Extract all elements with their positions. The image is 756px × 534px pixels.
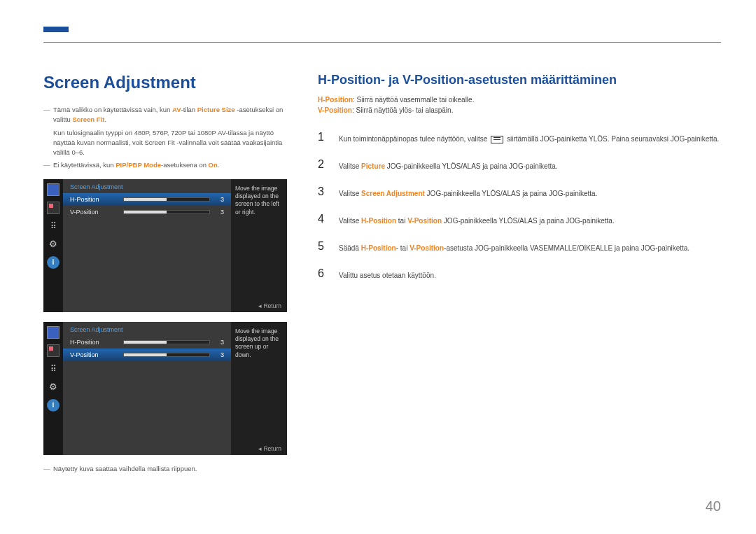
picture-icon — [47, 202, 59, 214]
t: H-Position — [318, 96, 353, 104]
step-number: 1 — [318, 131, 329, 143]
steps-list: 1Kun toimintonäppäinopas tulee näyttöön,… — [318, 124, 721, 288]
t: tai — [396, 217, 407, 225]
info-icon: i — [47, 256, 59, 269]
step-text: Valitse Picture JOG-painikkeella YLÖS/AL… — [339, 158, 558, 171]
t: JOG-painikkeella YLÖS/ALAS ja paina JOG-… — [425, 190, 598, 197]
monitor-icon — [47, 183, 59, 196]
t: siirtämällä JOG-painiketta YLÖS. Paina s… — [505, 135, 719, 143]
note-1-sub: Kun tulosignaalin tyyppi on 480P, 576P, … — [43, 128, 295, 158]
picture-icon — [47, 344, 59, 357]
osd-tooltip: Move the image displayed on the screen u… — [231, 322, 287, 455]
highlight: H-Position — [361, 217, 396, 225]
left-column: Screen Adjustment Tämä valikko on käytet… — [43, 73, 295, 472]
osd-row-hposition: H-Position 3 — [63, 193, 231, 206]
step-number: 3 — [318, 185, 329, 198]
note-2: Ei käytettävissä, kun PIP/PBP Mode-asetu… — [43, 160, 295, 170]
osd-value: 3 — [214, 196, 224, 203]
step-row: 5Säädä H-Position- tai V-Position-asetus… — [318, 233, 721, 260]
t: Valitse — [339, 190, 361, 197]
t: Valitse — [339, 162, 361, 170]
osd-return: Return — [258, 302, 281, 309]
section-title-right: H-Position- ja V-Position-asetusten määr… — [318, 73, 721, 87]
step-number: 5 — [318, 240, 329, 253]
t: -asetuksena on — [161, 161, 209, 169]
step-number: 2 — [318, 158, 329, 171]
osd-title: Screen Adjustment — [63, 326, 231, 336]
step-number: 6 — [318, 267, 329, 280]
t: AV — [172, 106, 181, 113]
section-title-left: Screen Adjustment — [43, 73, 295, 92]
osd-row-vposition: V-Position 3 — [63, 349, 231, 361]
highlight: V-Position — [407, 217, 442, 225]
step-text: Kun toimintonäppäinopas tulee näyttöön, … — [339, 131, 719, 144]
osd-label: H-Position — [70, 196, 119, 203]
definition-h: H-Position: Siirrä näyttöä vasemmalle ta… — [318, 96, 721, 104]
page-columns: Screen Adjustment Tämä valikko on käytet… — [43, 73, 721, 472]
slider-icon — [123, 340, 210, 344]
t: Kun toimintonäppäinopas tulee näyttöön, … — [339, 135, 489, 143]
t: On — [209, 161, 218, 169]
t: -asetusta JOG-painikkeella VASEMMALLE/OI… — [444, 244, 690, 252]
t: V-Position — [318, 106, 352, 114]
slider-icon — [123, 353, 210, 357]
slider-icon — [123, 210, 210, 214]
t: JOG-painikkeella YLÖS/ALAS ja paina JOG-… — [442, 217, 615, 225]
step-row: 2Valitse Picture JOG-painikkeella YLÖS/A… — [318, 151, 721, 178]
step-text: Valitse H-Position tai V-Position JOG-pa… — [339, 213, 615, 226]
page-number: 40 — [706, 498, 721, 514]
step-number: 4 — [318, 213, 329, 225]
definition-v: V-Position: Siirrä näyttöä ylös- tai ala… — [318, 106, 721, 114]
step-row: 4Valitse H-Position tai V-Position JOG-p… — [318, 206, 721, 233]
right-column: H-Position- ja V-Position-asetusten määr… — [318, 73, 721, 472]
t: JOG-painikkeella YLÖS/ALAS ja paina JOG-… — [385, 162, 558, 170]
highlight: Screen Adjustment — [361, 190, 425, 197]
menu-icon — [491, 136, 503, 143]
step-text: Valittu asetus otetaan käyttöön. — [339, 267, 436, 281]
osd-label: V-Position — [70, 351, 119, 358]
t: : Siirrä näyttöä vasemmalle tai oikealle… — [353, 96, 474, 104]
osd-return: Return — [258, 445, 281, 452]
osd-value: 3 — [214, 209, 224, 216]
options-icon: ⠿ — [47, 220, 59, 232]
t: Screen Fit — [144, 139, 174, 146]
t: . — [104, 115, 106, 123]
header-rule — [43, 42, 721, 43]
osd-title: Screen Adjustment — [63, 183, 231, 193]
monitor-icon — [47, 326, 59, 339]
t: Ei käytettävissä, kun — [53, 161, 115, 169]
t: . — [218, 161, 220, 169]
t: Kun tulosignaalin tyyppi on 480P, 576P, … — [53, 129, 218, 136]
osd-sidebar: ⠿ ⚙ i — [43, 179, 63, 312]
gear-icon: ⚙ — [47, 381, 59, 393]
options-icon: ⠿ — [47, 363, 59, 375]
osd-screenshot-2: ⠿ ⚙ i Screen Adjustment H-Position 3 V-P… — [43, 322, 287, 455]
t: AV — [218, 129, 225, 136]
step-row: 1Kun toimintonäppäinopas tulee näyttöön,… — [318, 124, 721, 151]
t: Picture Size — [197, 106, 235, 113]
t: Tämä valikko on käytettävissä vain, kun — [53, 106, 172, 113]
t: -tilan — [181, 106, 197, 113]
osd-main: Screen Adjustment H-Position 3 V-Positio… — [63, 179, 231, 312]
step-row: 3Valitse Screen Adjustment JOG-painikkee… — [318, 178, 721, 206]
step-row: 6Valittu asetus otetaan käyttöön. — [318, 260, 721, 288]
osd-value: 3 — [214, 351, 224, 358]
osd-row-vposition: V-Position 3 — [63, 206, 231, 218]
gear-icon: ⚙ — [47, 238, 59, 251]
osd-screenshot-1: ⠿ ⚙ i Screen Adjustment H-Position 3 V-P… — [43, 179, 287, 312]
osd-label: H-Position — [70, 339, 119, 346]
osd-value: 3 — [214, 339, 224, 346]
header-accent — [43, 27, 69, 32]
osd-sidebar: ⠿ ⚙ i — [43, 322, 63, 455]
t: Valitse — [339, 217, 361, 225]
t: Screen Fit — [72, 115, 104, 123]
t: : Siirrä näyttöä ylös- tai alaspäin. — [352, 106, 454, 114]
step-text: Valitse Screen Adjustment JOG-painikkeel… — [339, 185, 597, 199]
step-text: Säädä H-Position- tai V-Position-asetust… — [339, 240, 690, 253]
osd-main: Screen Adjustment H-Position 3 V-Positio… — [63, 322, 231, 455]
osd-row-hposition: H-Position 3 — [63, 336, 231, 349]
osd-label: V-Position — [70, 209, 119, 216]
t: Säädä — [339, 244, 361, 252]
t: Valittu asetus otetaan käyttöön. — [339, 272, 436, 279]
t: PIP/PBP Mode — [115, 161, 161, 169]
